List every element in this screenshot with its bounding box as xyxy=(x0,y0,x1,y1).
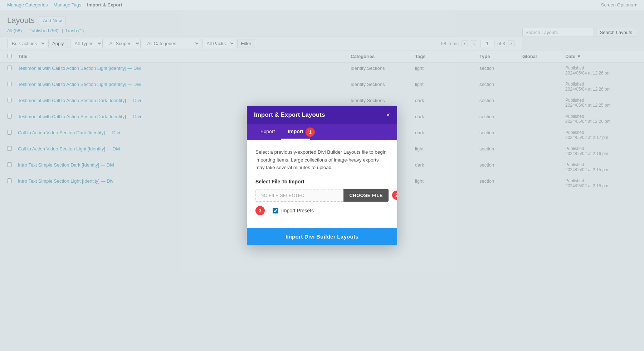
modal: Import & Export Layouts × Export Import … xyxy=(247,106,397,245)
modal-header: Import & Export Layouts × xyxy=(247,106,397,124)
file-name-display: NO FILE SELECTED xyxy=(255,189,343,202)
modal-overlay[interactable]: Import & Export Layouts × Export Import … xyxy=(0,0,644,351)
import-button[interactable]: Import Divi Builder Layouts xyxy=(247,228,397,245)
import-presets-row: 3 Import Presets xyxy=(273,208,389,213)
step-badge-3: 3 xyxy=(255,206,265,215)
modal-footer: Import Divi Builder Layouts xyxy=(247,228,397,245)
file-input-row: NO FILE SELECTED CHOOSE FILE 2 xyxy=(255,189,389,202)
modal-tabs: Export Import 1 xyxy=(247,124,397,140)
step-badge-2: 2 xyxy=(392,191,397,200)
select-file-label: Select File To Import xyxy=(255,179,389,184)
modal-close-button[interactable]: × xyxy=(386,112,390,118)
modal-title: Import & Export Layouts xyxy=(254,111,325,119)
tab-export[interactable]: Export xyxy=(254,124,281,140)
import-presets-label[interactable]: Import Presets xyxy=(281,208,314,213)
step-badge-1: 1 xyxy=(306,128,315,137)
modal-description: Select a previously-exported Divi Builde… xyxy=(255,148,389,172)
import-presets-checkbox[interactable] xyxy=(273,208,278,213)
modal-body: Select a previously-exported Divi Builde… xyxy=(247,140,397,228)
choose-file-button[interactable]: CHOOSE FILE xyxy=(343,189,389,202)
